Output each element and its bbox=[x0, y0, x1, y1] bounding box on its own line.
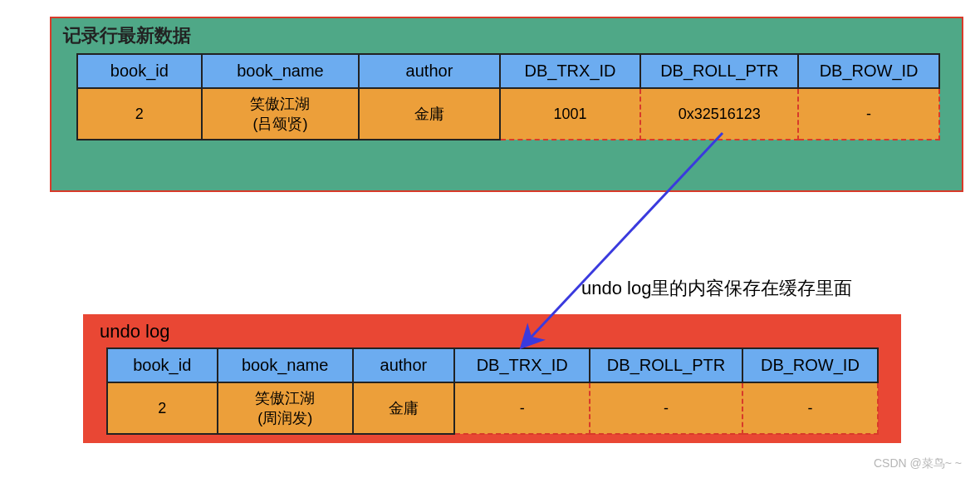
header-db-row-id: DB_ROW_ID bbox=[798, 54, 939, 88]
book-name-l1: 笑傲江湖 bbox=[255, 390, 315, 407]
undo-log-title: undo log bbox=[83, 314, 901, 347]
cell-book-id: 2 bbox=[107, 382, 218, 434]
header-db-row-id: DB_ROW_ID bbox=[742, 348, 878, 382]
cell-db-trx-id: 1001 bbox=[500, 88, 641, 140]
cell-author: 金庸 bbox=[353, 382, 454, 434]
cell-db-roll-ptr: 0x32516123 bbox=[640, 88, 798, 140]
annotation-text: undo log里的内容保存在缓存里面 bbox=[581, 276, 852, 301]
header-db-roll-ptr: DB_ROLL_PTR bbox=[640, 54, 798, 88]
latest-row-panel: 记录行最新数据 book_id book_name author DB_TRX_… bbox=[50, 17, 963, 192]
table-header-row: book_id book_name author DB_TRX_ID DB_RO… bbox=[77, 54, 939, 88]
cell-author: 金庸 bbox=[359, 88, 499, 140]
table-row: 2 笑傲江湖 (吕颂贤) 金庸 1001 0x32516123 - bbox=[77, 88, 939, 140]
cell-db-row-id: - bbox=[742, 382, 878, 434]
cell-book-id: 2 bbox=[77, 88, 202, 140]
header-book-id: book_id bbox=[77, 54, 202, 88]
undo-log-table: book_id book_name author DB_TRX_ID DB_RO… bbox=[106, 347, 879, 435]
cell-db-trx-id: - bbox=[454, 382, 590, 434]
cell-book-name: 笑傲江湖 (周润发) bbox=[218, 382, 353, 434]
header-author: author bbox=[359, 54, 499, 88]
book-name-l2: (吕颂贤) bbox=[252, 116, 307, 132]
watermark-text: CSDN @菜鸟~ ~ bbox=[874, 456, 962, 471]
header-db-trx-id: DB_TRX_ID bbox=[454, 348, 590, 382]
header-author: author bbox=[353, 348, 454, 382]
latest-row-table: book_id book_name author DB_TRX_ID DB_RO… bbox=[76, 53, 940, 140]
undo-log-panel: undo log book_id book_name author DB_TRX… bbox=[83, 314, 901, 443]
table-row: 2 笑傲江湖 (周润发) 金庸 - - - bbox=[107, 382, 878, 434]
header-book-id: book_id bbox=[107, 348, 218, 382]
cell-db-roll-ptr: - bbox=[590, 382, 742, 434]
latest-row-title: 记录行最新数据 bbox=[51, 18, 962, 53]
header-book-name: book_name bbox=[218, 348, 353, 382]
book-name-l2: (周润发) bbox=[257, 410, 312, 426]
header-db-trx-id: DB_TRX_ID bbox=[500, 54, 641, 88]
book-name-l1: 笑傲江湖 bbox=[250, 96, 310, 112]
header-book-name: book_name bbox=[202, 54, 360, 88]
cell-db-row-id: - bbox=[798, 88, 939, 140]
cell-book-name: 笑傲江湖 (吕颂贤) bbox=[202, 88, 360, 140]
header-db-roll-ptr: DB_ROLL_PTR bbox=[590, 348, 742, 382]
table-header-row: book_id book_name author DB_TRX_ID DB_RO… bbox=[107, 348, 878, 382]
